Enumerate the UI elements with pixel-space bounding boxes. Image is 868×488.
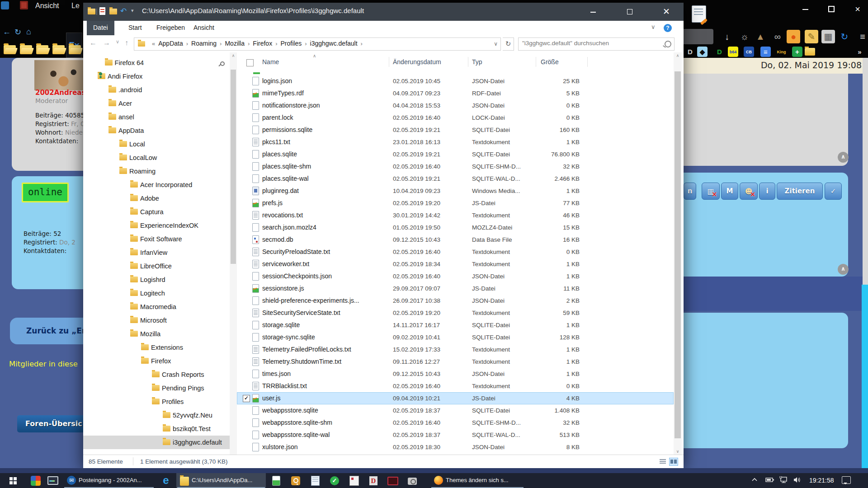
menu-icon[interactable]: ≡ [856,30,868,43]
file-row[interactable]: parent.lock 02.05.2019 16:40 LOCK-Datei … [237,112,674,124]
maximize-button[interactable] [616,3,644,21]
tree-item[interactable]: Firefox 64 [83,56,230,70]
tree-item[interactable]: Andi Firefox [83,70,230,83]
script-file-icon[interactable] [270,475,282,486]
king-addon-icon[interactable]: King [776,47,787,57]
hat-addon-icon[interactable]: ▲ [754,30,767,43]
settings-icon[interactable]: ☼ [738,30,751,43]
refresh-button[interactable]: ↻ [503,38,514,51]
file-row[interactable]: SiteSecurityServiceState.txt 02.05.2019 … [237,307,674,319]
notes-icon[interactable] [309,475,321,486]
ribbon-tab-freigeben[interactable]: Freigeben [150,21,191,35]
thunderbird-task[interactable]: ✉Posteingang - 2002An... [63,473,155,488]
tree-item[interactable]: LocalLow [83,151,230,164]
tree-item[interactable]: Microsoft [83,314,230,327]
tree-item[interactable]: bszikq0t.Test [83,422,230,436]
bg-minimize-button[interactable] [798,4,812,14]
thumbnail-view-button[interactable] [669,458,678,466]
tree-item[interactable]: Captura [83,205,230,219]
file-row[interactable]: pkcs11.txt 23.01.2018 16:13 Textdokument… [237,136,674,148]
scrollbar-thumb[interactable] [231,70,236,264]
menu-item-clipped[interactable]: Le [71,2,80,10]
tree-item[interactable]: LibreOffice [83,259,230,273]
titlebar[interactable]: | ↶ ▾ C:\Users\Andi\AppData\Roaming\Mozi… [83,3,684,21]
file-row[interactable]: mimeTypes.rdf 04.09.2017 09:23 RDF-Datei… [237,87,674,99]
back-icon[interactable]: ← [3,27,11,37]
tree-item[interactable]: AppData [83,124,230,137]
bg-close-icon[interactable]: × [851,4,864,14]
file-row[interactable]: search.json.mozlz4 01.05.2019 19:50 MOZL… [237,221,674,234]
tree-item[interactable]: Logitech [83,286,230,300]
tree-item[interactable]: .android [83,83,230,97]
file-row[interactable]: secmod.db 09.12.2015 10:43 Data Base Fil… [237,234,674,246]
tree-item[interactable]: Logishrd [83,273,230,286]
properties-icon[interactable] [99,7,105,15]
file-row[interactable]: sessionstore.js 29.09.2017 09:07 JS-Date… [237,282,674,295]
file-row[interactable]: storage.sqlite 14.11.2017 16:17 SQLITE-D… [237,319,674,331]
details-view-button[interactable] [658,458,667,466]
report-button-partial[interactable]: n [684,183,696,200]
cardfile-icon[interactable] [348,475,360,486]
tree-item[interactable]: Pending Pings [83,381,230,395]
tree-item[interactable]: Macromedia [83,300,230,314]
search-icon[interactable] [665,41,671,47]
tree-item[interactable]: Local [83,137,230,151]
refresh-addon-icon[interactable]: ↻ [838,30,851,43]
firefox-task[interactable]: Themes ändern sich s... [430,473,524,488]
scroll-top-icon[interactable]: ∧ [838,264,849,275]
cross-addon-icon[interactable]: + [792,47,802,57]
column-date[interactable]: Änderungsdatum [393,58,441,66]
row-checkbox[interactable]: ✓ [243,395,250,402]
minimize-button[interactable] [579,3,607,21]
file-row[interactable]: Telemetry.FailedProfileLocks.txt 15.02.2… [237,343,674,356]
tree-item[interactable]: Adobe [83,192,230,205]
file-row[interactable]: prefs.js 02.05.2019 19:20 JS-Datei 77 KB [237,197,674,209]
mask-addon-icon[interactable]: ∞ [771,30,784,43]
scroll-top-icon[interactable]: ∧ [838,152,849,163]
edge-icon[interactable]: e [159,474,173,488]
file-row[interactable]: TRRBlacklist.txt 02.05.2019 16:40 Textdo… [237,380,674,392]
scrollbar-thumb[interactable] [675,71,681,438]
quote-button[interactable]: Zitieren [777,183,823,200]
search-addon-icon[interactable]: ● [787,30,800,43]
clapperboard-addon-icon[interactable]: ▦ [821,30,835,43]
file-row[interactable]: webappsstore.sqlite-shm 02.05.2019 16:40… [237,417,674,429]
folder-tool-addon-icon[interactable]: ✎ [805,30,818,43]
action-center-icon[interactable] [842,476,851,484]
tree-scrollbar[interactable]: ∧ [230,52,237,455]
file-row[interactable]: shield-preference-experiments.js... 26.0… [237,295,674,307]
scroll-up-icon[interactable]: ∧ [674,53,682,58]
file-row[interactable]: places.sqlite 02.05.2019 19:21 SQLITE-Da… [237,148,674,160]
back-to-forum-button[interactable]: Zurück zu „Erwe [10,318,83,344]
breadcrumb-item[interactable]: AppData [158,40,183,47]
address-bar[interactable]: «AppData›Roaming›Mozilla›Firefox›Profile… [134,38,501,51]
file-row[interactable]: webappsstore.sqlite-wal 02.05.2019 18:37… [237,429,674,441]
ribbon-tab-datei[interactable]: Datei [87,21,114,35]
file-row[interactable]: permissions.sqlite 02.05.2019 19:21 SQLI… [237,124,674,136]
tree-item[interactable]: Roaming [83,164,230,178]
delete-post-button[interactable]: ▥ [702,183,720,200]
bookmark-folder-icon[interactable] [52,45,65,54]
tree-item[interactable]: Acer Incorporated [83,178,230,192]
clock[interactable]: 19:21:58 [809,477,834,484]
reload-icon[interactable]: ↻ [14,27,21,37]
tree-item[interactable]: ExperienceIndexOK [83,219,230,232]
ribbon-collapse-icon[interactable]: ∨ [651,23,656,30]
tree-item[interactable]: Mozilla [83,327,230,341]
file-row[interactable]: webappsstore.sqlite 02.05.2019 18:37 SQL… [237,404,674,417]
file-row[interactable]: ✓ user.js 09.04.2019 10:21 JS-Datei 4 KB [237,392,674,404]
undo-icon[interactable]: ↶ [120,6,127,16]
file-row[interactable]: times.json 09.12.2015 10:43 JSON-Datei 1… [237,368,674,380]
scrollbar-highlight[interactable] [862,285,868,473]
tree-item[interactable]: Foxit Software [83,232,230,246]
file-row[interactable]: notificationstore.json 04.04.2018 15:53 … [237,99,674,112]
file-row[interactable]: sessionCheckpoints.json 02.05.2019 16:40… [237,270,674,282]
file-row[interactable]: places.sqlite-shm 02.05.2019 16:40 SQLIT… [237,160,674,173]
notes-icon[interactable] [692,5,706,23]
panels-addon-icon[interactable]: ≡ [760,47,771,57]
shield-check-icon[interactable]: ✓ [329,475,340,486]
qat-dropdown-icon[interactable]: ▾ [131,8,134,14]
new-folder-icon[interactable] [109,9,117,14]
close-button[interactable]: ✕ [652,3,680,21]
up-button[interactable]: ↑ [125,39,128,47]
